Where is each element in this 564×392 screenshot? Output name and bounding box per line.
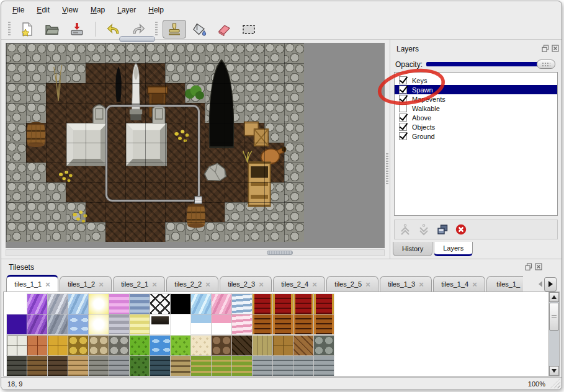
close-panel-icon[interactable] — [534, 262, 543, 271]
float-panel-icon[interactable] — [541, 44, 550, 53]
map-viewport[interactable] — [6, 43, 385, 248]
layer-row-ground[interactable]: Ground — [395, 131, 557, 141]
layer-checkbox[interactable] — [399, 86, 407, 94]
opacity-slider-handle[interactable] — [537, 60, 555, 69]
float-panel-icon[interactable] — [524, 262, 533, 271]
select-tool-button[interactable] — [237, 20, 261, 38]
palette-tile-purple-crystal-dark[interactable] — [27, 314, 47, 334]
tileset-tab-tiles_1_[interactable]: tiles_1_× — [486, 276, 523, 292]
palette-tile-red-carpet[interactable] — [253, 294, 272, 314]
menu-help[interactable]: Help — [142, 3, 170, 17]
splitter-collapse-handle[interactable] — [119, 36, 155, 42]
layer-row-above[interactable]: Above — [395, 113, 557, 122]
palette-tile-planks[interactable] — [253, 336, 272, 355]
palette-tile-path-rows[interactable] — [171, 356, 190, 376]
layer-row-mapevents[interactable]: Mapevents — [395, 94, 557, 104]
tileset-tab-tiles_1_1[interactable]: tiles_1_1× — [6, 275, 58, 292]
palette-tile-pink-crystal[interactable] — [212, 294, 231, 314]
menu-view[interactable]: View — [56, 3, 84, 17]
fill-tool-button[interactable] — [187, 20, 211, 38]
eraser-tool-button[interactable] — [212, 20, 236, 38]
close-tab-icon[interactable]: × — [99, 280, 104, 288]
close-tab-icon[interactable]: × — [365, 280, 370, 288]
tileset-tab-tiles_2_2[interactable]: tiles_2_2× — [166, 276, 218, 292]
palette-tile-lattice[interactable] — [150, 294, 170, 314]
layer-checkbox[interactable] — [399, 95, 407, 103]
tileset-tab-tiles_1_2[interactable]: tiles_1_2× — [60, 276, 112, 292]
scroll-up-icon[interactable] — [549, 292, 559, 302]
close-panel-icon[interactable] — [551, 44, 560, 53]
palette-tile-darkbrown-wall[interactable] — [48, 356, 68, 376]
layer-row-spawn[interactable]: Spawn — [395, 85, 557, 94]
tileset-tab-tiles_1_4[interactable]: tiles_1_4× — [433, 276, 485, 292]
opacity-slider[interactable] — [426, 59, 555, 69]
window-resize-grip[interactable] — [550, 378, 560, 388]
tileset-tab-tiles_1_3[interactable]: tiles_1_3× — [380, 276, 432, 292]
duplicate-layer-button[interactable] — [436, 223, 449, 236]
scroll-down-icon[interactable] — [549, 366, 559, 376]
layer-checkbox[interactable] — [399, 104, 407, 112]
palette-tile-purple-solid[interactable] — [7, 314, 27, 334]
new-tool-button[interactable] — [16, 20, 39, 38]
toolbar-grip[interactable] — [155, 22, 158, 37]
close-tab-icon[interactable]: × — [472, 280, 477, 288]
palette-tile-dirt-pebbles[interactable] — [212, 336, 231, 355]
palette-tile-pale-glow[interactable] — [89, 314, 109, 334]
palette-tile-darkblue-wall[interactable] — [150, 356, 170, 376]
palette-tile-red-carpet[interactable] — [293, 294, 313, 314]
layer-row-walkable[interactable]: Walkable — [395, 104, 557, 113]
lower-layer-button[interactable] — [417, 223, 431, 236]
close-tab-icon[interactable]: × — [152, 280, 157, 288]
palette-tile-graystone-wall[interactable] — [89, 356, 109, 376]
palette-tile-gray-cobble[interactable] — [109, 336, 129, 355]
palette-tile-lightblue-base[interactable] — [191, 314, 211, 334]
scroll-tabs-left-icon[interactable] — [536, 277, 544, 291]
palette-tile-yellow-glow[interactable] — [89, 294, 109, 314]
close-tab-icon[interactable]: × — [312, 280, 317, 288]
palette-tile-pink-base[interactable] — [212, 314, 231, 334]
layer-checkbox[interactable] — [399, 76, 407, 84]
map-hscroll-thumb[interactable] — [267, 251, 293, 255]
panel-splitter[interactable] — [385, 43, 390, 256]
palette-tile-brown-wall[interactable] — [27, 356, 47, 376]
palette-tile-pink-stripes[interactable] — [109, 294, 129, 314]
tileset-tab-tiles_2_4[interactable]: tiles_2_4× — [273, 276, 325, 292]
map-selection-rect[interactable] — [105, 105, 200, 202]
delete-layer-button[interactable] — [454, 223, 468, 236]
palette-vertical-scrollbar[interactable] — [548, 292, 559, 376]
layer-row-keys[interactable]: Keys — [395, 76, 557, 85]
palette-tile-orange-carpet[interactable] — [293, 314, 313, 334]
tileset-tab-tiles_2_3[interactable]: tiles_2_3× — [220, 276, 272, 292]
close-tab-icon[interactable]: × — [419, 280, 424, 288]
palette-tile-plaque[interactable] — [150, 314, 170, 334]
menu-file[interactable]: File — [6, 3, 30, 17]
palette-tile-gray-crystal-dark[interactable] — [48, 314, 68, 334]
palette-tile-terracotta-tiles[interactable] — [27, 336, 47, 355]
toolbar-grip[interactable] — [8, 22, 11, 37]
scroll-tabs-right-icon[interactable] — [544, 277, 557, 292]
palette-tile-orange-carpet[interactable] — [253, 314, 272, 334]
palette-tile-dark-planks[interactable] — [232, 336, 252, 355]
palette-tile-field-rows[interactable] — [191, 356, 211, 376]
menu-layer[interactable]: Layer — [111, 3, 142, 17]
palette-tile-blue-crystal[interactable] — [68, 294, 88, 314]
palette-tile-gray-crystal[interactable] — [48, 294, 68, 314]
import-tool-button[interactable] — [65, 20, 89, 38]
tab-layers[interactable]: Layers — [434, 242, 473, 256]
selection-resize-handle[interactable] — [194, 196, 202, 204]
palette-tile-stone-blocks[interactable] — [7, 336, 27, 355]
tileset-tab-tiles_2_5[interactable]: tiles_2_5× — [326, 276, 378, 292]
stamp-tool-button[interactable] — [163, 20, 186, 38]
palette-tile-yellow-cobble[interactable] — [68, 336, 88, 355]
palette-tile-field-rows[interactable] — [212, 356, 231, 376]
palette-tile-gray-stripes[interactable] — [109, 314, 129, 334]
palette-tile-empty[interactable] — [7, 294, 27, 314]
tab-history[interactable]: History — [393, 242, 432, 256]
palette-tile-hedge[interactable] — [130, 356, 150, 376]
palette-tile-wood-bricks[interactable] — [273, 336, 293, 355]
open-tool-button[interactable] — [40, 20, 64, 38]
palette-vscroll-thumb[interactable] — [549, 303, 559, 331]
palette-tile-grass-light[interactable] — [171, 336, 190, 355]
palette-tile-gray-planks-wall[interactable] — [253, 356, 272, 376]
palette-tile-tan-wall[interactable] — [68, 356, 88, 376]
